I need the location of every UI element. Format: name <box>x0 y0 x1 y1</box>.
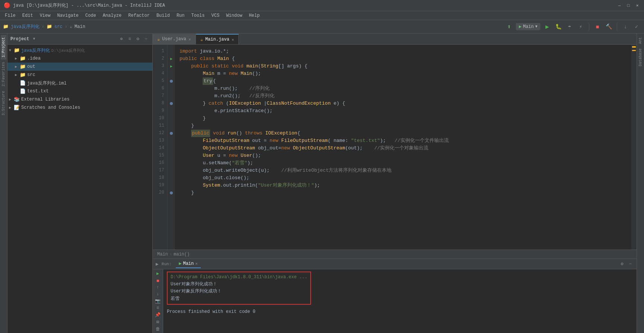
menu-vcs[interactable]: VCS <box>209 12 223 19</box>
run-button[interactable]: ▶ <box>543 22 552 31</box>
tree-item-scratches[interactable]: ▶ 📝 Scratches and Consoles <box>7 104 152 112</box>
tab-main-java-close[interactable]: ✕ <box>232 37 234 42</box>
code-line-17: obj_out.writeObject(u); //利用writeObject方… <box>180 167 627 174</box>
code-line-2: public class Main { <box>180 55 627 63</box>
stop-button[interactable]: ◼ <box>593 22 602 31</box>
gutter-3: ▶ <box>168 63 175 70</box>
console-up-btn[interactable]: ↑ <box>154 285 162 290</box>
console-exit-text: Process finished with exit code 0 <box>167 308 256 315</box>
gutter-14 <box>168 145 175 152</box>
console-pin-btn[interactable]: 📌 <box>154 312 162 318</box>
console-trash-btn[interactable]: 🗑 <box>154 326 162 332</box>
code-line-13: FileOutputStream out = new FileOutputStr… <box>180 137 627 145</box>
gutter-2: ▶ <box>168 55 175 63</box>
menu-run[interactable]: Run <box>174 12 188 19</box>
gutter-run-arrow-2[interactable]: ▶ <box>170 57 172 61</box>
bottom-tab-run-icon: ▶ <box>179 261 181 266</box>
breadcrumb-src[interactable]: src <box>54 24 63 29</box>
tree-item-iml[interactable]: ▶ 📄 java反序列化.iml <box>7 79 152 87</box>
menu-refactor[interactable]: Refactor <box>125 12 153 19</box>
gutter-12 <box>168 130 175 137</box>
gutter-20 <box>168 189 175 197</box>
code-line-19: System .out.println( "User对象序列化成功！" ); <box>180 182 627 189</box>
menu-tools[interactable]: Tools <box>188 12 208 19</box>
tree-item-out[interactable]: ▶ 📁 out <box>7 63 152 71</box>
console-area[interactable]: D:\Program Files\Java\jdk1.8.0_311\bin\j… <box>163 269 637 333</box>
vcs-update-btn[interactable]: ↓ <box>621 22 630 31</box>
editor-breadcrumb-method[interactable]: main() <box>174 252 190 257</box>
profile-button[interactable]: ⚡ <box>576 22 585 31</box>
tab-main-java-label: Main.java <box>205 37 229 42</box>
bottom-hide-btn[interactable]: − <box>627 261 634 267</box>
project-add-btn[interactable]: ⊕ <box>118 36 125 42</box>
console-success-1: User对象序列化成功！ <box>171 281 217 288</box>
menu-help[interactable]: Help <box>246 12 263 19</box>
menu-build[interactable]: Build <box>153 12 173 19</box>
bottom-tab-close[interactable]: ✕ <box>195 261 198 266</box>
database-tab[interactable]: Database <box>638 46 643 69</box>
menu-window[interactable]: Window <box>223 12 245 19</box>
toolbar-sep2 <box>617 23 617 31</box>
bottom-settings-btn[interactable]: ⚙ <box>619 261 625 267</box>
tree-item-src[interactable]: ▶ 📁 src <box>7 71 152 79</box>
vcs-commit-btn[interactable]: ✓ <box>632 22 641 31</box>
ant-tab[interactable]: Ant <box>638 35 643 46</box>
tree-arrow-root: ▼ <box>9 48 13 53</box>
console-down-btn[interactable]: ↓ <box>154 292 162 297</box>
tree-icon-scratches: 📝 <box>14 105 20 111</box>
tree-item-external-libs[interactable]: ▶ 📚 External Libraries <box>7 95 152 104</box>
gutter-dot-5 <box>170 80 173 83</box>
tree-item-root[interactable]: ▼ 📁 java反序列化 D:\java反序列化 <box>7 46 152 54</box>
code-cls-oos: ObjectOutputStream <box>203 145 255 152</box>
bottom-panel: ▶ Run: ▶ Main ✕ ⚙ − ▶ ◼ <box>153 259 637 333</box>
line-num-3: 3 <box>153 63 167 70</box>
code-content[interactable]: import java.io.*; public class Main { <box>175 45 631 250</box>
code-kw-throws: throws <box>245 130 263 137</box>
breadcrumb-src-icon: 📁 <box>47 24 52 29</box>
run-configurations-btn[interactable]: ⬆ <box>505 22 514 31</box>
tab-user-java[interactable]: ☕ User.java ✕ <box>153 34 196 44</box>
structure-tab[interactable]: 3:Structure <box>1 89 6 118</box>
gutter-run-arrow-3[interactable]: ▶ <box>170 64 172 69</box>
maximize-button[interactable]: □ <box>625 3 631 9</box>
tree-item-idea[interactable]: ▶ 📁 .idea <box>7 54 152 63</box>
project-hide-btn[interactable]: − <box>143 36 149 42</box>
breadcrumb-main[interactable]: Main <box>74 24 85 29</box>
scroll-marker-1 <box>632 46 636 48</box>
console-camera-btn[interactable]: 📷 <box>154 298 162 304</box>
run-config-selector[interactable]: ▶ Main ▼ <box>516 23 540 30</box>
menu-code[interactable]: Code <box>82 12 99 19</box>
console-filter-btn[interactable]: ⊞ <box>154 319 162 325</box>
menu-navigate[interactable]: Navigate <box>54 12 82 19</box>
menu-analyze[interactable]: Analyze <box>100 12 124 19</box>
bottom-tab-main[interactable]: ▶ Main ✕ <box>176 260 201 268</box>
tab-main-java[interactable]: ☕ Main.java ✕ <box>196 34 239 44</box>
tab-user-java-close[interactable]: ✕ <box>188 37 191 42</box>
debug-button[interactable]: 🐛 <box>554 22 563 31</box>
console-stop-btn[interactable]: ◼ <box>154 278 162 283</box>
tree-item-testtxt[interactable]: ▶ 📄 test.txt <box>7 87 152 95</box>
build-button[interactable]: 🔨 <box>604 22 613 31</box>
code-line-7: m.run2(); //反序列化 <box>180 92 627 100</box>
project-dropdown-icon[interactable]: ▼ <box>33 37 35 41</box>
breadcrumb-root[interactable]: java反序列化 <box>11 23 39 30</box>
project-tab[interactable]: 1:Project <box>1 35 6 60</box>
console-run-btn[interactable]: ▶ <box>154 271 162 276</box>
code-line-15: User u = new User (); <box>180 152 627 159</box>
favorites-tab[interactable]: 2:Favorites <box>1 60 6 89</box>
project-settings-btn[interactable]: ⚙ <box>134 36 141 42</box>
console-wrap-btn[interactable]: ≡ <box>154 305 162 311</box>
toolbar-sep1 <box>589 23 589 31</box>
menu-edit[interactable]: Edit <box>19 12 36 19</box>
tree-icon-src: 📁 <box>20 72 26 78</box>
gutter-16 <box>168 159 175 167</box>
menu-file[interactable]: File <box>2 12 19 19</box>
minimize-button[interactable]: — <box>616 3 622 9</box>
code-str-13: "test.txt" <box>351 137 380 145</box>
menu-view[interactable]: View <box>37 12 54 19</box>
editor-breadcrumb-main[interactable]: Main <box>157 252 168 257</box>
project-collapse-btn[interactable]: ≡ <box>126 36 133 42</box>
close-button[interactable]: ✕ <box>634 3 640 9</box>
coverage-button[interactable]: ☂ <box>565 22 574 31</box>
run-label: Run: <box>162 262 171 266</box>
